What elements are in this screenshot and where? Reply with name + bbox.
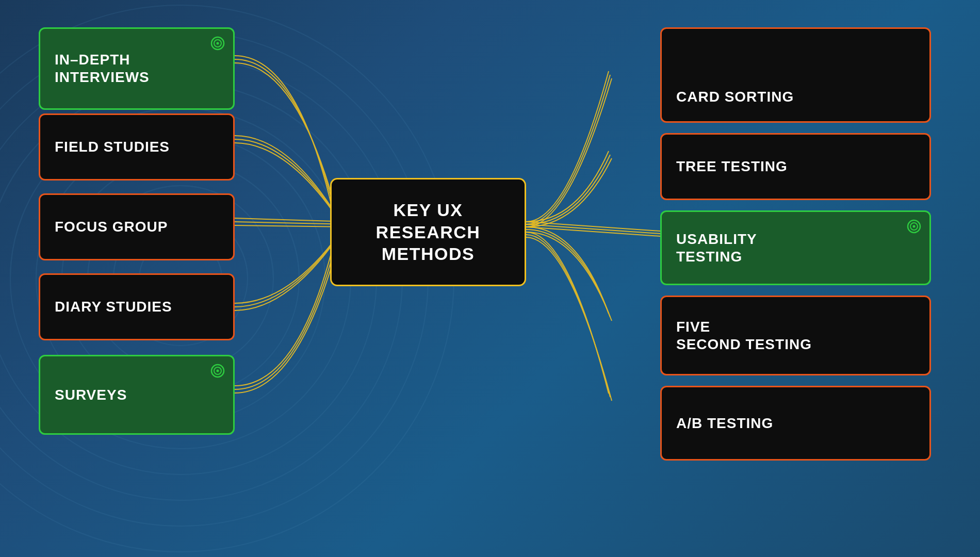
node-label-card-sorting: CARD SORTING <box>676 88 794 106</box>
node-field-studies: FIELD STUDIES <box>39 113 235 181</box>
center-node: KEY UX RESEARCH METHODS <box>330 178 526 286</box>
node-label-in-depth-interviews: IN–DEPTH INTERVIEWS <box>55 51 150 86</box>
node-label-five-second-testing: FIVE SECOND TESTING <box>676 318 812 353</box>
node-surveys: SURVEYS <box>39 355 235 435</box>
node-label-usability-testing: USABILITY TESTING <box>676 231 757 265</box>
center-node-label: KEY UX RESEARCH METHODS <box>376 199 481 265</box>
node-tree-testing: TREE TESTING <box>660 133 931 200</box>
node-label-focus-group: FOCUS GROUP <box>55 218 168 236</box>
node-ab-testing: A/B TESTING <box>660 386 931 461</box>
node-in-depth-interviews: IN–DEPTH INTERVIEWS <box>39 27 235 110</box>
node-label-field-studies: FIELD STUDIES <box>55 138 170 156</box>
svg-point-12 <box>217 42 219 45</box>
node-five-second-testing: FIVE SECOND TESTING <box>660 296 931 375</box>
target-icon-surveys <box>210 364 225 378</box>
node-diary-studies: DIARY STUDIES <box>39 273 235 340</box>
node-label-ab-testing: A/B TESTING <box>676 415 773 432</box>
node-label-tree-testing: TREE TESTING <box>676 158 788 175</box>
node-focus-group: FOCUS GROUP <box>39 193 235 260</box>
node-label-surveys: SURVEYS <box>55 386 127 404</box>
target-icon-usability <box>907 219 921 234</box>
svg-point-15 <box>217 370 219 372</box>
node-card-sorting: CARD SORTING <box>660 27 931 123</box>
node-usability-testing: USABILITY TESTING <box>660 210 931 285</box>
svg-point-18 <box>913 225 916 228</box>
node-label-diary-studies: DIARY STUDIES <box>55 298 172 316</box>
target-icon <box>210 36 225 51</box>
